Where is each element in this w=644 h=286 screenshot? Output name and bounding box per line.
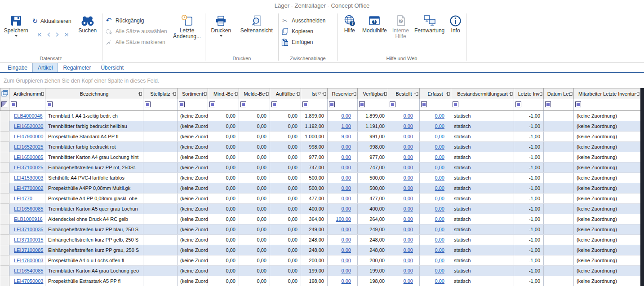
internal-help-button[interactable]: ? interne Hilfe bbox=[390, 13, 412, 40]
erfasst-link[interactable]: 0,00 bbox=[435, 134, 444, 139]
cell-artikelnummer[interactable]: LEI47900000 bbox=[9, 132, 45, 142]
cell-melde_be[interactable]: 0,00 bbox=[239, 214, 270, 224]
cell-melde_be[interactable]: 0,00 bbox=[239, 183, 270, 194]
search-button[interactable]: Suchen bbox=[76, 13, 100, 34]
cell-erfasst[interactable]: 0,00 bbox=[420, 173, 451, 183]
filter-cell-bestellt[interactable] bbox=[388, 99, 420, 111]
cell-erfasst[interactable]: 0,00 bbox=[420, 276, 451, 286]
cell-mitarbeiter[interactable]: (keine Zuordnung) bbox=[574, 276, 641, 286]
cell-reserviert[interactable]: 0,00 bbox=[328, 152, 358, 163]
cell-letzte_inv[interactable]: -1,00 bbox=[514, 183, 544, 194]
cell-bestandsermittlungsart[interactable]: statisch bbox=[451, 276, 514, 286]
cell-melde_be[interactable]: 0,00 bbox=[239, 245, 270, 255]
cell-verfuegbar[interactable]: 200,00 bbox=[358, 255, 388, 266]
tab-artikel[interactable]: Artikel bbox=[32, 63, 58, 72]
cell-letzte_inv[interactable]: -1,00 bbox=[514, 266, 544, 276]
cell-melde_be[interactable]: 0,00 bbox=[239, 204, 270, 214]
bestellt-link[interactable]: 0,00 bbox=[404, 278, 413, 284]
cell-mind_be[interactable]: 0,00 bbox=[208, 245, 239, 255]
cell-reserviert[interactable]: 0,00 bbox=[328, 142, 358, 152]
cell-bestellt[interactable]: 0,00 bbox=[388, 214, 420, 224]
cell-stellplatz[interactable] bbox=[143, 152, 178, 163]
cell-datum_let[interactable] bbox=[544, 132, 574, 142]
cell-artikelnummer[interactable]: ELB4000046 bbox=[9, 111, 45, 121]
reserviert-link[interactable]: 0,00 bbox=[342, 196, 351, 201]
cell-artikelnummer[interactable]: LEI16540085 bbox=[9, 266, 45, 276]
cell-datum_let[interactable] bbox=[544, 235, 574, 245]
cell-bestellt[interactable]: 0,00 bbox=[388, 276, 420, 286]
print-preview-button[interactable]: Seitenansicht bbox=[237, 13, 276, 34]
cell-bezeichnung[interactable]: Prospekthülle A4PP 0,08mm Multil.gk bbox=[45, 183, 143, 194]
info-button[interactable]: Info bbox=[447, 13, 464, 34]
cell-bestandsermittlungsart[interactable]: statisch bbox=[451, 163, 514, 173]
row-indicator[interactable] bbox=[0, 266, 9, 276]
cell-mitarbeiter[interactable]: (keine Zuordnung) bbox=[574, 142, 641, 152]
filter-cell-melde_be[interactable] bbox=[239, 99, 270, 111]
cell-bezeichnung[interactable]: Trennblätter Karton A4 grau Lochung hint bbox=[45, 152, 143, 163]
reserviert-link[interactable]: 0,00 bbox=[342, 165, 351, 170]
cell-sortiment[interactable]: (keine Zuord bbox=[178, 235, 208, 245]
artikelnummer-link[interactable]: LEI16500085 bbox=[14, 154, 43, 160]
cell-stellplatz[interactable] bbox=[143, 142, 178, 152]
cell-letzte_inv[interactable]: -1,00 bbox=[514, 173, 544, 183]
cell-auffuellbe[interactable]: 0,00 bbox=[270, 121, 301, 132]
row-indicator[interactable] bbox=[0, 235, 9, 245]
cell-artikelnummer[interactable]: LEI37100025 bbox=[9, 163, 45, 173]
artikelnummer-link[interactable]: LEI37100015 bbox=[14, 237, 43, 242]
erfasst-link[interactable]: 0,00 bbox=[435, 196, 444, 201]
erfasst-link[interactable]: 0,00 bbox=[435, 206, 444, 211]
cell-reserviert[interactable]: 0,00 bbox=[328, 194, 358, 204]
cell-datum_let[interactable] bbox=[544, 245, 574, 255]
cell-bezeichnung[interactable]: Trennblätter farbig bedruckt rot bbox=[45, 142, 143, 152]
row-indicator[interactable] bbox=[0, 245, 9, 255]
column-header-mind_be[interactable]: Mind.-Be bbox=[208, 88, 239, 99]
column-header-sortiment[interactable]: Sortiment bbox=[178, 88, 208, 99]
cell-mind_be[interactable]: 0,00 bbox=[208, 111, 239, 121]
bestellt-link[interactable]: 0,00 bbox=[404, 144, 413, 150]
cell-letzte_inv[interactable]: -1,00 bbox=[514, 235, 544, 245]
cell-reserviert[interactable]: 0,00 bbox=[328, 255, 358, 266]
tab-eingabe[interactable]: Eingabe bbox=[3, 63, 32, 72]
cell-stellplatz[interactable] bbox=[143, 255, 178, 266]
cell-artikelnummer[interactable]: LEI47700002 bbox=[9, 183, 45, 194]
cell-stellplatz[interactable] bbox=[143, 132, 178, 142]
cell-mind_be[interactable]: 0,00 bbox=[208, 204, 239, 214]
cell-mitarbeiter[interactable]: (keine Zuordnung) bbox=[574, 224, 641, 235]
cell-auffuellbe[interactable]: 0,00 bbox=[270, 235, 301, 245]
cell-verfuegbar[interactable]: 998,00 bbox=[358, 142, 388, 152]
filter-cell-bezeichnung[interactable] bbox=[45, 99, 143, 111]
table-row[interactable]: LEI16520025Trennblätter farbig bedruckt … bbox=[0, 142, 641, 152]
erfasst-link[interactable]: 0,00 bbox=[435, 154, 444, 160]
cell-auffuellbe[interactable]: 0,00 bbox=[270, 245, 301, 255]
paste-button[interactable]: Einfügen bbox=[281, 37, 325, 48]
table-row[interactable]: LEI37100085Einhängeheftstreifen kurz PP … bbox=[0, 245, 641, 255]
bestellt-link[interactable]: 0,00 bbox=[404, 247, 413, 253]
filter-cell-stellplatz[interactable] bbox=[143, 99, 178, 111]
erfasst-link[interactable]: 0,00 bbox=[435, 216, 444, 222]
cell-melde_be[interactable]: 0,00 bbox=[239, 235, 270, 245]
cell-bestellt[interactable]: 0,00 bbox=[388, 235, 420, 245]
cell-erfasst[interactable]: 0,00 bbox=[420, 214, 451, 224]
cell-sortiment[interactable]: (keine Zuord bbox=[178, 255, 208, 266]
table-row[interactable]: LEI37100015Einhängeheftstreifen kurz PP … bbox=[0, 235, 641, 245]
cell-sortiment[interactable]: (keine Zuord bbox=[178, 132, 208, 142]
reserviert-link[interactable]: 0,00 bbox=[342, 144, 351, 150]
cell-auffuellbe[interactable]: 0,00 bbox=[270, 214, 301, 224]
cell-melde_be[interactable]: 0,00 bbox=[239, 142, 270, 152]
cell-bezeichnung[interactable]: Prospekthülle A4 o.u.Lochs.offen fl bbox=[45, 255, 143, 266]
cell-auffuellbe[interactable]: 0,00 bbox=[270, 111, 301, 121]
row-indicator[interactable] bbox=[0, 132, 9, 142]
bestellt-link[interactable]: 0,00 bbox=[404, 175, 413, 180]
cell-bestandsermittlungsart[interactable]: statisch bbox=[451, 194, 514, 204]
cell-stellplatz[interactable] bbox=[143, 194, 178, 204]
cell-bestandsermittlungsart[interactable]: statisch bbox=[451, 214, 514, 224]
cell-melde_be[interactable]: 0,00 bbox=[239, 276, 270, 286]
nav-first-button[interactable] bbox=[37, 32, 42, 37]
cell-letzte_inv[interactable]: -1,00 bbox=[514, 224, 544, 235]
cell-bestellt[interactable]: 0,00 bbox=[388, 255, 420, 266]
cell-verfuegbar[interactable]: 500,00 bbox=[358, 183, 388, 194]
erfasst-link[interactable]: 0,00 bbox=[435, 278, 444, 284]
cell-mitarbeiter[interactable]: (keine Zuordnung) bbox=[574, 194, 641, 204]
filter-cell-mitarbeiter[interactable] bbox=[574, 99, 641, 111]
grid-corner-button[interactable] bbox=[0, 88, 9, 99]
